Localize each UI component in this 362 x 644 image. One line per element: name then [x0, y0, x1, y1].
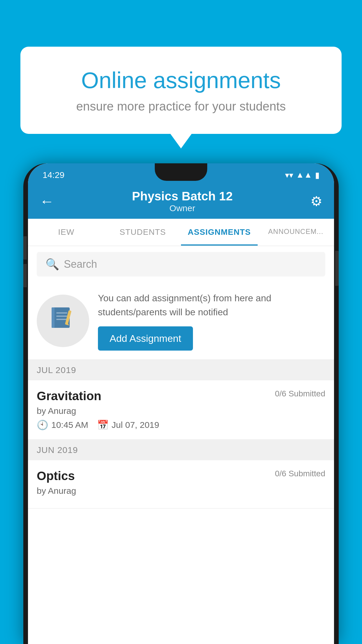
header-title-section: Physics Batch 12 Owner: [132, 189, 233, 213]
assignment-item-optics[interactable]: Optics 0/6 Submitted by Anurag: [28, 460, 334, 509]
promo-section: You can add assignment(s) from here and …: [28, 282, 334, 360]
phone-notch: [155, 163, 207, 181]
add-assignment-button[interactable]: Add Assignment: [98, 326, 193, 351]
clock-icon: 🕙: [37, 419, 48, 430]
assignment-optics-author: by Anurag: [37, 486, 325, 496]
wifi-icon: ▾▾: [285, 170, 293, 180]
search-text: Search: [64, 258, 97, 270]
section-header-jul-text: JUL 2019: [37, 365, 76, 375]
svg-rect-1: [52, 307, 55, 328]
svg-rect-2: [56, 312, 67, 314]
calendar-icon: 📅: [97, 419, 109, 430]
svg-rect-3: [56, 316, 67, 317]
battery-icon: ▮: [315, 170, 319, 180]
back-button[interactable]: ←: [40, 193, 54, 210]
bubble-title: Online assignments: [44, 67, 318, 94]
settings-button[interactable]: ⚙: [310, 193, 322, 209]
content-area: 🔍 Search: [28, 246, 334, 509]
notebook-icon: [50, 305, 76, 337]
search-bar[interactable]: 🔍 Search: [37, 252, 325, 276]
section-header-jun: JUN 2019: [28, 440, 334, 460]
status-time: 14:29: [43, 170, 64, 180]
phone-side-buttons-right: [335, 251, 339, 286]
assignment-gravitation-title: Gravitation: [37, 389, 101, 403]
promo-description: You can add assignment(s) from here and …: [98, 291, 325, 319]
promo-icon-circle: [37, 295, 89, 347]
search-container: 🔍 Search: [28, 246, 334, 282]
phone-screen: 14:29 ▾▾ ▲▲ ▮ ← Physics Batch 12 Owner ⚙…: [28, 163, 334, 644]
assignment-gravitation-author: by Anurag: [37, 406, 325, 416]
app-header: ← Physics Batch 12 Owner ⚙: [28, 184, 334, 219]
header-subtitle: Owner: [132, 203, 233, 213]
assignment-gravitation-date-text: Jul 07, 2019: [112, 420, 159, 430]
tab-iew[interactable]: IEW: [28, 219, 105, 246]
phone-frame: 14:29 ▾▾ ▲▲ ▮ ← Physics Batch 12 Owner ⚙…: [23, 163, 339, 644]
assignment-gravitation-date: 📅 Jul 07, 2019: [97, 419, 159, 430]
assignment-gravitation-time-text: 10:45 AM: [51, 420, 88, 430]
tab-students[interactable]: STUDENTS: [105, 219, 181, 246]
assignment-optics-title: Optics: [37, 469, 75, 483]
assignment-optics-submitted: 0/6 Submitted: [275, 469, 325, 478]
promo-text-section: You can add assignment(s) from here and …: [98, 291, 325, 351]
phone-side-buttons-left: [23, 236, 28, 293]
assignment-gravitation-time: 🕙 10:45 AM: [37, 419, 88, 430]
assignment-gravitation-submitted: 0/6 Submitted: [275, 389, 325, 398]
tab-announcements[interactable]: ANNOUNCEM...: [258, 219, 334, 246]
speech-bubble-container: Online assignments ensure more practice …: [20, 47, 342, 134]
assignment-optics-top-row: Optics 0/6 Submitted: [37, 469, 325, 483]
section-header-jul: JUL 2019: [28, 360, 334, 380]
tabs-container: IEW STUDENTS ASSIGNMENTS ANNOUNCEM...: [28, 219, 334, 246]
status-icons: ▾▾ ▲▲ ▮: [285, 170, 319, 180]
section-header-jun-text: JUN 2019: [37, 445, 78, 455]
speech-bubble: Online assignments ensure more practice …: [20, 47, 342, 134]
signal-icon: ▲▲: [296, 170, 312, 180]
assignment-item-gravitation[interactable]: Gravitation 0/6 Submitted by Anurag 🕙 10…: [28, 380, 334, 440]
assignment-gravitation-meta: 🕙 10:45 AM 📅 Jul 07, 2019: [37, 419, 325, 430]
svg-rect-4: [56, 319, 67, 320]
search-icon: 🔍: [45, 258, 59, 271]
header-title: Physics Batch 12: [132, 189, 233, 203]
assignment-gravitation-top-row: Gravitation 0/6 Submitted: [37, 389, 325, 403]
tab-assignments[interactable]: ASSIGNMENTS: [181, 219, 258, 246]
bubble-subtitle: ensure more practice for your students: [44, 99, 318, 113]
